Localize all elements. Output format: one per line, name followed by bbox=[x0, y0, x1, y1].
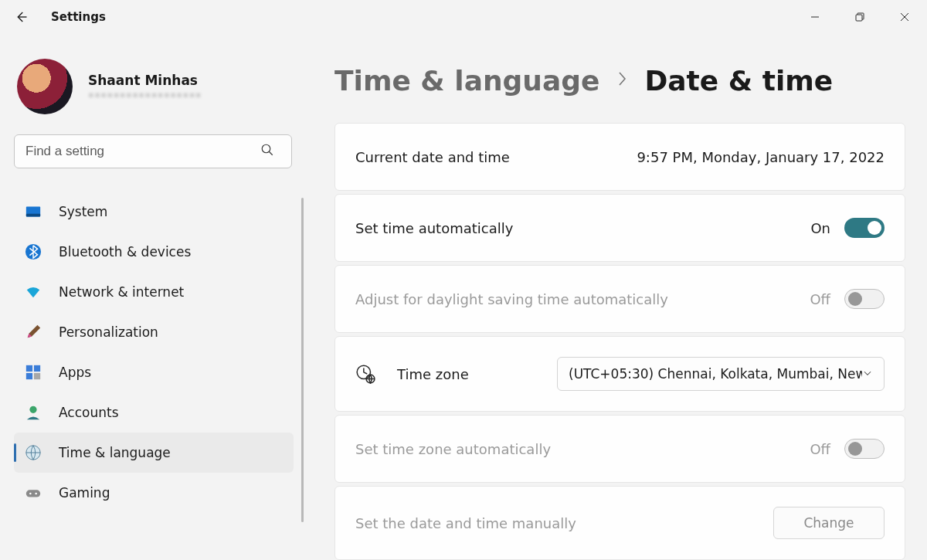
sidebar-item-label: Bluetooth & devices bbox=[59, 244, 191, 260]
globe-clock-icon bbox=[25, 444, 42, 461]
card-current-datetime: Current date and time 9:57 PM, Monday, J… bbox=[334, 123, 905, 191]
app-title: Settings bbox=[51, 10, 106, 24]
back-arrow-icon bbox=[14, 10, 28, 24]
svg-point-13 bbox=[35, 493, 37, 495]
body: Shaant Minhas •••••••••••••••••• Sy bbox=[0, 34, 927, 560]
svg-point-12 bbox=[29, 493, 32, 495]
card-right: Off bbox=[810, 439, 885, 459]
svg-rect-0 bbox=[856, 15, 862, 21]
accounts-icon bbox=[25, 404, 42, 421]
bluetooth-icon bbox=[25, 243, 42, 260]
card-label: Adjust for daylight saving time automati… bbox=[355, 291, 668, 307]
tz-auto-toggle bbox=[844, 439, 885, 459]
svg-rect-11 bbox=[26, 490, 40, 497]
sidebar-item-network[interactable]: Network & internet bbox=[14, 272, 294, 312]
toggle-state-label: Off bbox=[810, 291, 830, 307]
sidebar: Shaant Minhas •••••••••••••••••• Sy bbox=[0, 34, 305, 560]
breadcrumb: Time & language Date & time bbox=[334, 65, 905, 97]
card-right: On bbox=[810, 218, 885, 238]
sidebar-item-label: Personalization bbox=[59, 324, 158, 340]
chevron-right-icon bbox=[616, 71, 627, 90]
sidebar-item-label: Gaming bbox=[59, 485, 110, 501]
sidebar-scrollbar[interactable] bbox=[301, 198, 304, 522]
avatar bbox=[17, 59, 73, 114]
set-time-auto-toggle[interactable] bbox=[844, 218, 885, 238]
sidebar-item-gaming[interactable]: Gaming bbox=[14, 473, 294, 513]
main-content: Time & language Date & time Current date… bbox=[305, 34, 927, 560]
svg-rect-5 bbox=[26, 365, 32, 372]
card-set-time-auto: Set time automatically On bbox=[334, 194, 905, 262]
apps-icon bbox=[25, 364, 42, 381]
card-label: Time zone bbox=[397, 366, 469, 382]
change-button-label: Change bbox=[803, 515, 854, 531]
maximize-button[interactable] bbox=[837, 0, 882, 34]
minimize-button[interactable] bbox=[793, 0, 837, 34]
sidebar-item-personalization[interactable]: Personalization bbox=[14, 312, 294, 352]
svg-rect-7 bbox=[26, 373, 32, 379]
toggle-state-label: On bbox=[810, 220, 830, 236]
card-tz-auto: Set time zone automatically Off bbox=[334, 415, 905, 483]
svg-rect-6 bbox=[34, 365, 40, 372]
close-button[interactable] bbox=[882, 0, 927, 34]
settings-cards: Current date and time 9:57 PM, Monday, J… bbox=[334, 123, 905, 560]
sidebar-item-label: System bbox=[59, 204, 107, 219]
search-wrap bbox=[14, 134, 296, 168]
sidebar-item-bluetooth[interactable]: Bluetooth & devices bbox=[14, 232, 294, 272]
timezone-icon bbox=[355, 364, 375, 384]
dst-auto-toggle bbox=[844, 289, 885, 309]
nav: System Bluetooth & devices Network & int… bbox=[14, 192, 296, 513]
sidebar-item-system[interactable]: System bbox=[14, 192, 294, 232]
card-right: Off bbox=[810, 289, 885, 309]
profile-text: Shaant Minhas •••••••••••••••••• bbox=[88, 73, 202, 101]
timezone-selected-value: (UTC+05:30) Chennai, Kolkata, Mumbai, Ne… bbox=[569, 366, 862, 382]
profile-email: •••••••••••••••••• bbox=[88, 90, 202, 101]
current-datetime-value: 9:57 PM, Monday, January 17, 2022 bbox=[637, 149, 885, 165]
sidebar-item-apps[interactable]: Apps bbox=[14, 352, 294, 392]
svg-point-9 bbox=[29, 406, 36, 413]
sidebar-item-label: Time & language bbox=[59, 445, 171, 460]
settings-window: Settings Shaant Minhas bbox=[0, 0, 927, 560]
card-manual: Set the date and time manually Change bbox=[334, 486, 905, 560]
wifi-icon bbox=[25, 283, 42, 300]
svg-rect-3 bbox=[26, 214, 40, 217]
back-button[interactable] bbox=[14, 10, 28, 24]
card-label: Set the date and time manually bbox=[355, 515, 576, 531]
card-label: Current date and time bbox=[355, 149, 510, 165]
search-input[interactable] bbox=[14, 134, 292, 168]
sidebar-item-time-language[interactable]: Time & language bbox=[14, 433, 294, 473]
breadcrumb-parent[interactable]: Time & language bbox=[334, 65, 599, 97]
profile-name: Shaant Minhas bbox=[88, 73, 202, 88]
card-label: Set time automatically bbox=[355, 220, 513, 236]
breadcrumb-current: Date & time bbox=[644, 65, 833, 97]
timezone-select[interactable]: (UTC+05:30) Chennai, Kolkata, Mumbai, Ne… bbox=[557, 357, 885, 391]
paintbrush-icon bbox=[25, 324, 42, 341]
svg-rect-8 bbox=[34, 373, 40, 379]
card-left: Time zone bbox=[355, 364, 469, 384]
sidebar-item-label: Network & internet bbox=[59, 284, 184, 300]
gaming-icon bbox=[25, 484, 42, 501]
sidebar-item-label: Accounts bbox=[59, 405, 119, 420]
window-controls bbox=[793, 0, 927, 34]
card-time-zone: Time zone (UTC+05:30) Chennai, Kolkata, … bbox=[334, 336, 905, 412]
chevron-down-icon bbox=[862, 366, 873, 382]
title-bar: Settings bbox=[0, 0, 927, 34]
sidebar-item-accounts[interactable]: Accounts bbox=[14, 392, 294, 433]
toggle-state-label: Off bbox=[810, 441, 830, 457]
profile-block[interactable]: Shaant Minhas •••••••••••••••••• bbox=[14, 59, 296, 114]
card-dst-auto: Adjust for daylight saving time automati… bbox=[334, 265, 905, 333]
system-icon bbox=[25, 203, 42, 220]
change-button: Change bbox=[773, 507, 885, 539]
title-bar-left: Settings bbox=[14, 10, 106, 24]
card-label: Set time zone automatically bbox=[355, 441, 551, 457]
sidebar-item-label: Apps bbox=[59, 365, 91, 380]
